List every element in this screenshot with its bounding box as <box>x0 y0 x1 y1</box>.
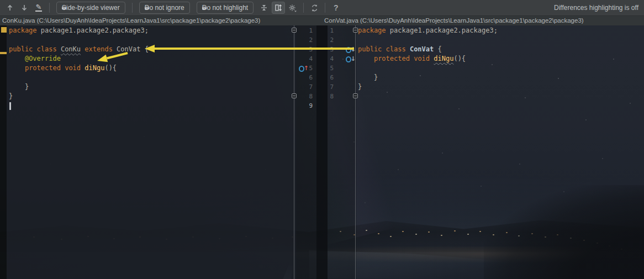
arrow-up-icon <box>7 4 13 11</box>
chevron-down-icon <box>62 7 66 9</box>
ignore-policy-dropdown[interactable]: Do not ignore <box>139 2 190 14</box>
toolbar-separator <box>303 3 304 13</box>
code-token: package1.package2.package3; <box>37 27 149 34</box>
collapse-unchanged-icon <box>260 4 268 12</box>
code-token: } <box>358 73 378 81</box>
line-number[interactable]: 3 <box>325 45 334 54</box>
code-token: diNgu <box>85 64 104 72</box>
line-number[interactable]: 7 <box>300 82 313 92</box>
pencil-icon: ✎ <box>35 4 43 12</box>
code-token: (){ <box>104 64 117 72</box>
chevron-down-icon <box>145 7 149 9</box>
gutter-arrow-down-icon: ↓ <box>351 46 356 53</box>
code-token: diNgu <box>434 55 453 62</box>
code-token: } <box>9 83 29 91</box>
line-number[interactable]: 1 <box>300 26 313 35</box>
code-line[interactable]: } <box>358 73 642 82</box>
toolbar-separator <box>132 3 133 13</box>
code-token: ConVat <box>410 45 434 53</box>
code-token: package1.package2.package3; <box>386 27 498 34</box>
code-line[interactable]: @Override <box>9 54 294 64</box>
code-token: ConVat { <box>113 45 149 53</box>
fold-marker[interactable] <box>292 28 297 33</box>
code-line[interactable]: protected void diNgu(){ <box>358 54 642 64</box>
method-is-overridden-icon[interactable]: ↓ <box>346 55 356 63</box>
collapse-unchanged-button[interactable] <box>257 2 271 14</box>
line-number[interactable]: 8 <box>300 92 313 101</box>
line-number[interactable]: 2 <box>325 35 334 45</box>
right-code-area: package package1.package2.package3;publi… <box>358 26 642 101</box>
fold-marker[interactable] <box>353 93 358 98</box>
code-line[interactable] <box>358 64 642 73</box>
code-line[interactable] <box>9 73 294 82</box>
line-number[interactable]: 6 <box>300 73 313 82</box>
line-number[interactable]: 6 <box>325 73 334 82</box>
line-number[interactable]: 2 <box>300 35 313 45</box>
line-number[interactable]: 1 <box>325 26 334 35</box>
settings-button[interactable] <box>286 2 299 14</box>
code-line[interactable]: package package1.package2.package3; <box>9 26 294 35</box>
line-number[interactable]: 9 <box>300 101 313 110</box>
status-text: Differences highlighting is off <box>554 4 641 12</box>
code-token <box>9 55 25 62</box>
line-number[interactable]: 4 <box>325 54 334 64</box>
right-line-numbers: 12345678 <box>325 26 334 101</box>
edit-file-button[interactable]: ✎ <box>32 2 45 14</box>
code-line[interactable]: public class ConKu extends ConVat { <box>9 45 294 54</box>
line-number[interactable]: 3 <box>300 45 313 54</box>
overrides-method-icon[interactable]: ↑ <box>299 65 309 72</box>
arrow-down-icon <box>21 4 28 11</box>
code-token: protected void <box>374 55 434 62</box>
line-number[interactable]: 4 <box>300 54 313 64</box>
right-file-header: ConVat.java (C:\Users\DuyAnh\IdeaProject… <box>322 16 644 25</box>
change-marker-dash <box>0 52 7 54</box>
gutter-arrow-down-icon: ↓ <box>351 56 356 62</box>
code-token: ConKu <box>61 45 81 53</box>
text-caret <box>9 102 11 110</box>
code-token: package <box>358 27 386 34</box>
code-line[interactable] <box>9 101 294 110</box>
line-number[interactable]: 5 <box>325 64 334 73</box>
diff-body: package package1.package2.package3;publi… <box>0 25 644 279</box>
code-line[interactable] <box>9 35 294 45</box>
code-line[interactable]: public class ConVat { <box>358 45 642 54</box>
code-line[interactable]: package package1.package2.package3; <box>358 26 642 35</box>
ignore-policy-label: Do not ignore <box>145 4 184 12</box>
gear-icon <box>288 4 297 12</box>
fold-marker[interactable] <box>353 28 358 33</box>
gutter-arrow-up-icon: ↑ <box>304 65 309 72</box>
left-editor-marker-strip <box>0 25 7 279</box>
code-line[interactable] <box>358 35 642 45</box>
code-token: (){ <box>453 55 466 62</box>
code-line[interactable] <box>358 92 642 101</box>
left-fold-guide-line <box>294 25 294 279</box>
line-number[interactable]: 7 <box>325 82 334 92</box>
code-token: { <box>434 45 441 53</box>
help-button[interactable]: ? <box>329 2 342 14</box>
viewer-mode-dropdown[interactable]: Side-by-side viewer <box>56 2 125 14</box>
code-token: @Override <box>25 55 61 62</box>
chevron-down-icon <box>202 7 207 9</box>
refresh-swap-button[interactable] <box>308 2 321 14</box>
diff-window: ✎ Side-by-side viewer Do not ignore Do n… <box>0 0 644 279</box>
viewer-mode-label: Side-by-side viewer <box>62 4 120 12</box>
highlight-policy-dropdown[interactable]: Do not highlight <box>197 2 254 14</box>
code-line[interactable]: protected void diNgu(){ <box>9 64 294 73</box>
line-number[interactable]: 8 <box>325 92 334 101</box>
previous-difference-button[interactable] <box>3 2 17 14</box>
code-line[interactable]: } <box>358 82 642 92</box>
change-marker-square <box>1 27 7 33</box>
right-fold-guide-line <box>355 25 356 279</box>
code-line[interactable]: } <box>9 82 294 92</box>
code-line[interactable]: } <box>9 92 294 101</box>
code-token: } <box>9 92 13 100</box>
code-token: } <box>358 83 362 91</box>
method-is-overridden-icon[interactable]: ↓ <box>346 46 356 54</box>
sync-scrolling-icon <box>275 4 282 12</box>
code-token: extends <box>85 45 113 53</box>
next-difference-button[interactable] <box>18 2 31 14</box>
fold-marker[interactable] <box>292 93 297 98</box>
synchronize-scrolling-button[interactable] <box>272 2 285 14</box>
diff-toolbar: ✎ Side-by-side viewer Do not ignore Do n… <box>0 0 644 15</box>
code-token: package <box>9 27 37 34</box>
